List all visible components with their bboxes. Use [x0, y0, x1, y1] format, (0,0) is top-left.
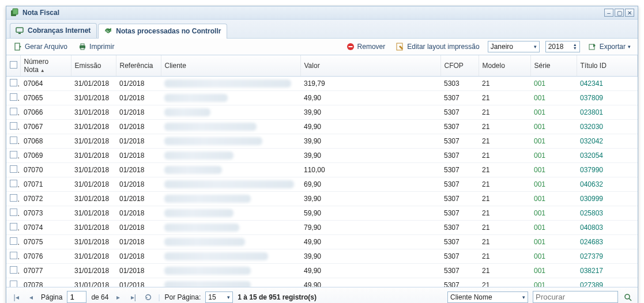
- cell-serie[interactable]: 001: [530, 192, 577, 206]
- svg-rect-3: [18, 33, 21, 34]
- table-row[interactable]: 0706831/01/201801/201839,905307210010320…: [6, 134, 638, 149]
- table-row[interactable]: 0707131/01/201801/201869,905307210010406…: [6, 177, 638, 192]
- cell-serie[interactable]: 001: [530, 77, 577, 91]
- cell-cliente: [161, 264, 300, 278]
- checkbox[interactable]: [10, 61, 17, 69]
- cell-titulo-id[interactable]: 042341: [577, 77, 638, 91]
- cell-titulo-id[interactable]: 038217: [577, 264, 638, 278]
- col-check-header[interactable]: [6, 55, 20, 77]
- checkbox[interactable]: [10, 209, 17, 216]
- table-row[interactable]: 0707331/01/201801/201859,905307210010258…: [6, 206, 638, 221]
- checkbox[interactable]: [10, 151, 17, 158]
- table-row[interactable]: 0706531/01/201801/201849,905307210010378…: [6, 91, 638, 105]
- cell-serie[interactable]: 001: [530, 235, 577, 249]
- cell-serie[interactable]: 001: [530, 249, 577, 264]
- imprimir-button[interactable]: Imprimir: [76, 41, 116, 52]
- table-row[interactable]: 0706731/01/201801/201849,905307210010320…: [6, 120, 638, 134]
- cell-numero: 07070: [20, 163, 71, 177]
- month-select[interactable]: Janeiro ▾: [488, 41, 540, 52]
- checkbox[interactable]: [10, 180, 17, 187]
- cell-emissao: 31/01/2018: [71, 221, 116, 235]
- col-cfop-header[interactable]: CFOP: [440, 55, 479, 77]
- table-row[interactable]: 0706431/01/201801/2018319,79530321001042…: [6, 77, 638, 91]
- cell-serie[interactable]: 001: [530, 120, 577, 134]
- search-input[interactable]: [533, 291, 618, 303]
- tab-notas-processadas[interactable]: Notas processadas no Controllr: [98, 24, 227, 39]
- page-input[interactable]: [67, 291, 86, 303]
- table-row[interactable]: 0707431/01/201801/201879,905307210010408…: [6, 221, 638, 235]
- maximize-button[interactable]: ▢: [615, 9, 624, 17]
- table-row[interactable]: 0707231/01/201801/201839,905307210010309…: [6, 192, 638, 206]
- checkbox[interactable]: [10, 79, 17, 86]
- refresh-button[interactable]: [143, 292, 153, 302]
- col-cliente-header[interactable]: Cliente: [161, 55, 300, 77]
- remover-button[interactable]: Remover: [344, 41, 388, 52]
- col-modelo-header[interactable]: Modelo: [479, 55, 530, 77]
- table-row[interactable]: 0706931/01/201801/201839,905307210010320…: [6, 149, 638, 163]
- col-titulo-id-header[interactable]: Título ID: [577, 55, 638, 77]
- col-emissao-header[interactable]: Emissão: [71, 55, 116, 77]
- col-serie-header[interactable]: Série: [530, 55, 577, 77]
- checkbox[interactable]: [10, 252, 17, 259]
- cell-serie[interactable]: 001: [530, 278, 577, 288]
- cell-titulo-id[interactable]: 027379: [577, 249, 638, 264]
- checkbox[interactable]: [10, 281, 17, 287]
- prev-page-button[interactable]: ◂: [26, 292, 36, 302]
- first-page-button[interactable]: |◂: [11, 292, 21, 302]
- cell-titulo-id[interactable]: 024683: [577, 235, 638, 249]
- cell-titulo-id[interactable]: 032054: [577, 149, 638, 163]
- checkbox[interactable]: [10, 266, 17, 274]
- search-button[interactable]: [623, 292, 633, 302]
- cell-titulo-id[interactable]: 027389: [577, 278, 638, 288]
- checkbox[interactable]: [10, 194, 17, 202]
- minimize-button[interactable]: –: [604, 9, 613, 17]
- cell-serie[interactable]: 001: [530, 149, 577, 163]
- col-valor-header[interactable]: Valor: [300, 55, 440, 77]
- checkbox[interactable]: [10, 122, 17, 130]
- table-row[interactable]: 0707031/01/201801/2018110,00530721001037…: [6, 163, 638, 177]
- cell-serie[interactable]: 001: [530, 163, 577, 177]
- cell-titulo-id[interactable]: 023801: [577, 105, 638, 120]
- col-numero-header[interactable]: Número Nota▲: [20, 55, 71, 77]
- checkbox[interactable]: [10, 137, 17, 144]
- cell-titulo-id[interactable]: 037990: [577, 163, 638, 177]
- year-select[interactable]: 2018 ▲▼: [545, 41, 580, 52]
- gerar-arquivo-button[interactable]: Gerar Arquivo: [11, 41, 70, 52]
- cell-cfop: 5307: [440, 221, 479, 235]
- cell-serie[interactable]: 001: [530, 177, 577, 192]
- cell-valor: 39,90: [300, 192, 440, 206]
- tab-cobrancas-internet[interactable]: Cobranças Internet: [10, 23, 97, 38]
- cell-serie[interactable]: 001: [530, 206, 577, 221]
- per-page-select[interactable]: 15 ▾: [205, 291, 233, 303]
- cell-serie[interactable]: 001: [530, 264, 577, 278]
- spinner-icon[interactable]: ▲▼: [573, 43, 577, 50]
- checkbox[interactable]: [10, 223, 17, 230]
- checkbox[interactable]: [10, 93, 17, 101]
- editar-layout-button[interactable]: Editar layout impressão: [393, 41, 481, 52]
- table-row[interactable]: 0707831/01/201801/201849,905307210010273…: [6, 278, 638, 288]
- table-row[interactable]: 0707631/01/201801/201839,905307210010273…: [6, 249, 638, 264]
- close-button[interactable]: ✕: [625, 9, 634, 17]
- col-referencia-header[interactable]: Referência: [116, 55, 161, 77]
- cell-titulo-id[interactable]: 030999: [577, 192, 638, 206]
- checkbox[interactable]: [10, 237, 17, 245]
- cell-titulo-id[interactable]: 032030: [577, 120, 638, 134]
- search-field-select[interactable]: Cliente Nome ▾: [447, 291, 528, 303]
- last-page-button[interactable]: ▸|: [128, 292, 138, 302]
- cell-titulo-id[interactable]: 032042: [577, 134, 638, 149]
- cell-serie[interactable]: 001: [530, 134, 577, 149]
- next-page-button[interactable]: ▸: [113, 292, 123, 302]
- checkbox[interactable]: [10, 165, 17, 173]
- cell-titulo-id[interactable]: 025803: [577, 206, 638, 221]
- table-row[interactable]: 0707531/01/201801/201849,905307210010246…: [6, 235, 638, 249]
- cell-titulo-id[interactable]: 040632: [577, 177, 638, 192]
- checkbox[interactable]: [10, 108, 17, 115]
- table-row[interactable]: 0707731/01/201801/201849,905307210010382…: [6, 264, 638, 278]
- table-row[interactable]: 0706631/01/201801/201839,905307210010238…: [6, 105, 638, 120]
- cell-titulo-id[interactable]: 037809: [577, 91, 638, 105]
- cell-titulo-id[interactable]: 040803: [577, 221, 638, 235]
- cell-serie[interactable]: 001: [530, 105, 577, 120]
- cell-serie[interactable]: 001: [530, 221, 577, 235]
- cell-serie[interactable]: 001: [530, 91, 577, 105]
- exportar-button[interactable]: Exportar ▾: [586, 41, 633, 52]
